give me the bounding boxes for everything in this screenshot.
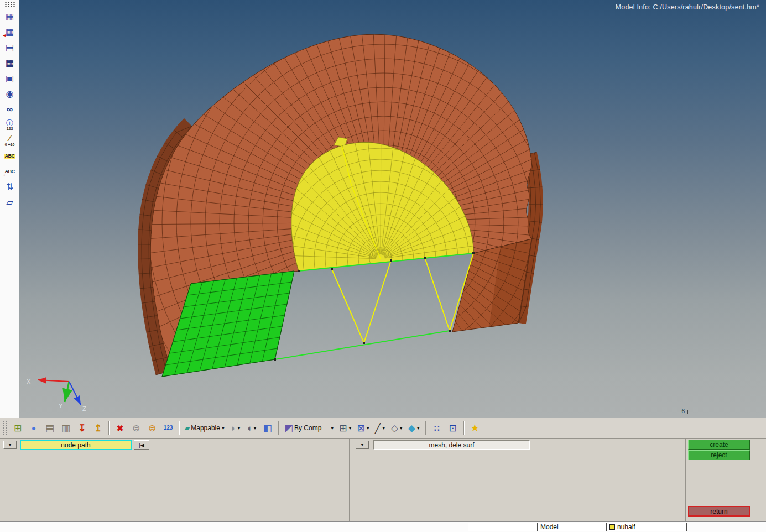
status-cell-model[interactable]: Model (537, 523, 607, 531)
organize-move-icon[interactable]: ▥ (58, 420, 74, 436)
import-model-icon[interactable]: ▦◂ (2, 25, 18, 39)
axis-y-label: Y (59, 403, 62, 409)
panel-area: ▼ node path |◀ ▼ mesh, dele surf create … (0, 439, 766, 521)
toolbar-grip-handle[interactable] (3, 421, 7, 435)
binoculars-search-icon[interactable]: ∞ (2, 102, 18, 117)
toolbar-grip-handle[interactable] (4, 1, 15, 7)
graphics-viewport[interactable]: Model Info: C:/Users/rahulr/Desktop/sent… (0, 0, 766, 418)
go-to-start-button[interactable]: |◀ (134, 440, 149, 450)
chevron-down-icon: ▼ (221, 426, 225, 430)
status-bar: Model nuhalf (0, 521, 766, 532)
toolbar-separator (108, 421, 110, 435)
mode-selector-dropdown[interactable]: ▼ (356, 441, 369, 449)
text-export-icon[interactable]: ABC↓ (2, 164, 18, 179)
session-browser-icon[interactable]: ▦ (2, 9, 18, 24)
toolbar-separator (463, 421, 465, 435)
color-by-comp-icon: ◩ (284, 424, 293, 433)
axis-x-label: X (27, 378, 30, 385)
vector-display-icon[interactable]: ⇅ (2, 180, 18, 194)
mesh-shaded-icon[interactable]: ⊞▼ (337, 420, 354, 436)
chevron-down-icon: ▼ (253, 426, 257, 430)
mappable-state-icon: ▰ (185, 425, 190, 431)
view-scale-indicator: 6 (681, 408, 758, 414)
chevron-down-icon: ▼ (366, 426, 370, 430)
entity-list-icon[interactable]: ▤ (2, 40, 18, 55)
return-button[interactable]: return (688, 506, 750, 517)
toolbar-separator (179, 421, 180, 435)
geometry-shaded-icon[interactable]: ◗▼ (228, 420, 243, 436)
scale-ruler (687, 410, 758, 414)
organize-copy-icon[interactable]: ▤ (42, 420, 58, 436)
delete-icon[interactable]: ✖ (112, 420, 128, 436)
perspective-view-icon[interactable]: ▱ (2, 195, 18, 210)
mask-entities-icon[interactable]: ▣ (2, 71, 18, 86)
matrix-browser-icon[interactable]: ▦ (2, 56, 18, 70)
entity-selector-dropdown[interactable]: ▼ (3, 441, 17, 449)
chevron-down-icon: ▼ (348, 426, 352, 430)
status-cell-empty[interactable] (468, 523, 538, 531)
chevron-down-icon: ▼ (330, 426, 334, 430)
create-button[interactable]: create (688, 440, 750, 450)
multi-window-icon[interactable]: ∷ (429, 420, 445, 436)
solid-cube-icon[interactable]: ◧ (260, 420, 275, 436)
renumber-icon[interactable]: 123 (160, 420, 176, 436)
mappable-dropdown[interactable]: ▰ Mappable ▼ (183, 420, 227, 436)
command-field[interactable]: mesh, dele surf (373, 440, 530, 450)
reject-button[interactable]: reject (688, 450, 750, 460)
mappable-label: Mappable (191, 425, 220, 431)
left-toolbar: ▦ ▦◂ ▤ ▦ ▣ ◉ ∞ ⓘ123 ∕0 +10 ABC ABC↓ ⇅ ▱ (0, 0, 19, 418)
toolbar-separator (425, 421, 426, 435)
include-export-icon[interactable]: ↥ (90, 420, 106, 436)
main-toolbar: ⊞ ● ▤ ▥ ↧ ↥ ✖ ⊜ ⊜ 123 ▰ Mappable ▼ ◗▼ ◖▼… (0, 418, 766, 439)
chevron-down-icon: ▼ (399, 426, 403, 430)
element-quality-icon[interactable]: ◆▼ (406, 420, 423, 436)
favorites-star-icon[interactable]: ★ (467, 420, 483, 436)
hypermesh-window: Model Info: C:/Users/rahulr/Desktop/sent… (0, 0, 766, 532)
full-screen-icon[interactable]: ⊡ (445, 420, 461, 436)
measure-ruler-icon[interactable]: ∕0 +10 (2, 133, 18, 148)
model-info-text: Model Info: C:/Users/rahulr/Desktop/sent… (616, 3, 759, 11)
line-style-icon[interactable]: ╱▼ (373, 420, 388, 436)
by-comp-label: By Comp (294, 425, 321, 431)
text-label-icon[interactable]: ABC (2, 149, 18, 163)
numbers-display-icon[interactable]: ⓘ123 (2, 118, 18, 132)
geometry-edges-icon[interactable]: ◖▼ (244, 420, 259, 436)
element-handles-icon[interactable]: ⊠▼ (355, 420, 372, 436)
feature-angle-icon[interactable]: ◇▼ (389, 420, 405, 436)
temp-nodes-icon[interactable]: ⊜ (128, 420, 144, 436)
axis-z-label: Z (82, 405, 86, 412)
export-arrow-badge: ↓ (3, 173, 6, 178)
model-3d-view[interactable] (0, 0, 766, 418)
save-model-icon[interactable]: ● (26, 420, 41, 436)
chevron-down-icon: ▼ (416, 426, 420, 430)
toolbar-separator (278, 421, 279, 435)
scale-value: 6 (681, 408, 685, 414)
spherical-clip-icon[interactable]: ◉ (2, 87, 18, 101)
status-cell-component[interactable]: nuhalf (606, 523, 687, 531)
panel-divider (685, 439, 686, 521)
import-arrow-badge: ◂ (3, 33, 6, 38)
node-path-field[interactable]: node path (20, 440, 132, 450)
by-comp-dropdown[interactable]: ◩ By Comp ▼ (282, 420, 336, 436)
open-model-icon[interactable]: ⊞ (10, 420, 25, 436)
component-color-swatch (609, 524, 615, 530)
clear-temp-icon[interactable]: ⊜ (144, 420, 160, 436)
panel-divider (349, 439, 350, 521)
include-down-icon[interactable]: ↧ (74, 420, 90, 436)
chevron-down-icon: ▼ (237, 426, 241, 430)
chevron-down-icon: ▼ (382, 426, 385, 430)
